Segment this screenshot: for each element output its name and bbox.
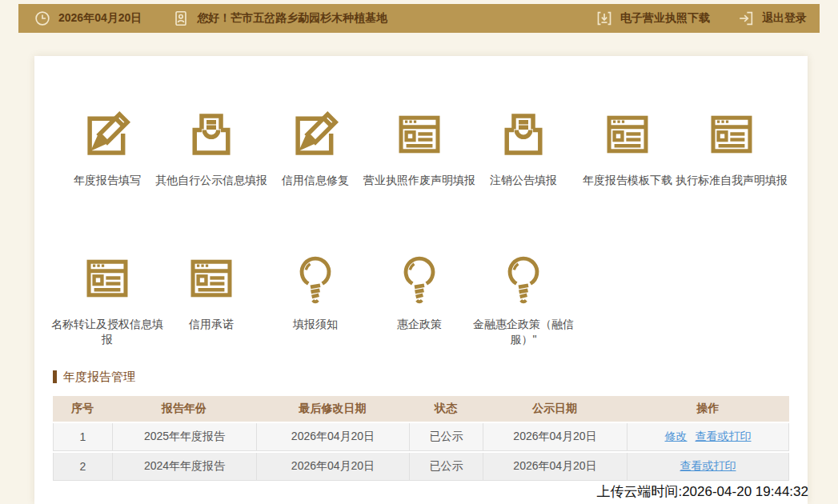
shortcut-filing-instructions[interactable]: 填报须知 bbox=[263, 250, 367, 347]
modify-link[interactable]: 修改 bbox=[665, 430, 688, 442]
bulb-icon bbox=[391, 250, 447, 306]
shortcut-annual-report-template-download[interactable]: 年度报告模板下载 bbox=[575, 106, 680, 188]
shortcut-annual-report-write[interactable]: 年度报告填写 bbox=[55, 106, 159, 188]
cell-index: 2 bbox=[53, 453, 112, 481]
shortcut-label: 金融惠企政策（融信服）" bbox=[469, 317, 578, 347]
cell-report-year: 2025年年度报告 bbox=[112, 423, 256, 451]
shortcut-cancellation-notice[interactable]: 注销公告填报 bbox=[471, 106, 575, 188]
cell-actions: 修改查看或打印 bbox=[627, 423, 789, 451]
form-icon bbox=[391, 106, 447, 162]
download-icon bbox=[595, 10, 613, 27]
col-index: 序号 bbox=[53, 396, 112, 422]
table-row: 2 2024年年度报告 2026年04月20日 已公示 2026年04月20日 … bbox=[53, 453, 789, 481]
shortcut-label: 注销公告填报 bbox=[463, 173, 583, 188]
bulb-icon bbox=[287, 250, 343, 306]
topbar: 2026年04月20日 您好！芒市五岔路乡勐园杉木种植基地 电子营业执照下载 bbox=[18, 4, 820, 33]
upload-cloud-timestamp: 上传云端时间:2026-04-20 19:44:32 bbox=[596, 482, 808, 501]
main-card: 年度报告填写 其他自行公示信息填报 信用信息修复 营业执照作废声明填报 注销公告… bbox=[34, 56, 808, 504]
clock-icon bbox=[34, 10, 51, 27]
cell-status: 已公示 bbox=[409, 453, 483, 481]
license-download-button[interactable]: 电子营业执照下载 bbox=[595, 10, 710, 27]
cell-last-modified: 2026年04月20日 bbox=[256, 423, 409, 451]
shortcut-credit-repair[interactable]: 信用信息修复 bbox=[263, 106, 367, 188]
shortcut-label: 营业执照作废声明填报 bbox=[359, 173, 479, 188]
topbar-greeting: 您好！芒市五岔路乡勐园杉木种植基地 bbox=[197, 11, 387, 26]
shortcut-license-void-declaration[interactable]: 营业执照作废声明填报 bbox=[367, 106, 471, 188]
cell-index: 1 bbox=[53, 423, 112, 451]
annual-report-table: 序号 报告年份 最后修改日期 状态 公示日期 操作 1 2025年年度报告 20… bbox=[53, 394, 789, 482]
user-badge-icon bbox=[172, 10, 190, 27]
logout-label: 退出登录 bbox=[762, 11, 807, 26]
logout-icon bbox=[737, 10, 755, 27]
shortcut-label: 年度报告填写 bbox=[47, 173, 167, 188]
shortcut-row-1: 年度报告填写 其他自行公示信息填报 信用信息修复 营业执照作废声明填报 注销公告… bbox=[34, 56, 808, 188]
shortcut-credit-commitment[interactable]: 信用承诺 bbox=[159, 250, 263, 347]
shortcut-execution-standard-declaration[interactable]: 执行标准自我声明填报 bbox=[680, 106, 784, 188]
col-actions: 操作 bbox=[627, 396, 789, 422]
cell-last-modified: 2026年04月20日 bbox=[256, 453, 409, 481]
shortcut-label: 填报须知 bbox=[255, 317, 375, 332]
section-marker bbox=[53, 370, 57, 383]
form-icon bbox=[599, 106, 656, 162]
shortcut-label: 惠企政策 bbox=[359, 317, 479, 332]
shortcut-label: 年度报告模板下载 bbox=[567, 173, 688, 188]
form-icon bbox=[183, 250, 239, 306]
cell-status: 已公示 bbox=[409, 423, 483, 451]
form-icon bbox=[704, 106, 760, 162]
logout-button[interactable]: 退出登录 bbox=[737, 10, 807, 27]
table-header-row: 序号 报告年份 最后修改日期 状态 公示日期 操作 bbox=[53, 396, 789, 422]
bulb-icon bbox=[495, 250, 551, 306]
license-download-label: 电子营业执照下载 bbox=[620, 11, 710, 26]
annual-report-section-header: 年度报告管理 bbox=[53, 370, 808, 385]
cell-report-year: 2024年年度报告 bbox=[112, 453, 256, 481]
view-or-print-link[interactable]: 查看或打印 bbox=[680, 459, 736, 472]
shortcut-label: 信用信息修复 bbox=[255, 173, 375, 188]
col-status: 状态 bbox=[409, 396, 483, 422]
cell-actions: 查看或打印 bbox=[627, 453, 789, 481]
shortcut-financial-enterprise-policy[interactable]: 金融惠企政策（融信服）" bbox=[471, 250, 575, 347]
col-report-year: 报告年份 bbox=[112, 396, 256, 422]
shortcut-label: 信用承诺 bbox=[151, 317, 271, 332]
edit-icon bbox=[79, 106, 135, 162]
table-row: 1 2025年年度报告 2026年04月20日 已公示 2026年04月20日 … bbox=[53, 423, 789, 451]
cell-publish-date: 2026年04月20日 bbox=[483, 453, 627, 481]
section-title: 年度报告管理 bbox=[63, 370, 135, 385]
shortcut-enterprise-policy[interactable]: 惠企政策 bbox=[367, 250, 471, 347]
shortcut-label: 其他自行公示信息填报 bbox=[151, 173, 271, 188]
shortcut-row-2: 名称转让及授权信息填报 信用承诺 填报须知 惠企政策 金融惠企政策（融信服）" bbox=[34, 250, 808, 347]
edit-icon bbox=[287, 106, 343, 162]
cell-publish-date: 2026年04月20日 bbox=[483, 423, 627, 451]
form-icon bbox=[79, 250, 135, 306]
inbox-icon bbox=[183, 106, 239, 162]
col-publish-date: 公示日期 bbox=[483, 396, 627, 422]
inbox-icon bbox=[495, 106, 551, 162]
shortcut-other-self-publicity[interactable]: 其他自行公示信息填报 bbox=[159, 106, 263, 188]
col-last-modified: 最后修改日期 bbox=[256, 396, 409, 422]
topbar-date: 2026年04月20日 bbox=[58, 11, 142, 26]
shortcut-label: 执行标准自我声明填报 bbox=[672, 173, 792, 188]
view-or-print-link[interactable]: 查看或打印 bbox=[696, 430, 752, 442]
shortcut-label: 名称转让及授权信息填报 bbox=[47, 317, 167, 347]
shortcut-name-transfer-authorization[interactable]: 名称转让及授权信息填报 bbox=[55, 250, 159, 347]
